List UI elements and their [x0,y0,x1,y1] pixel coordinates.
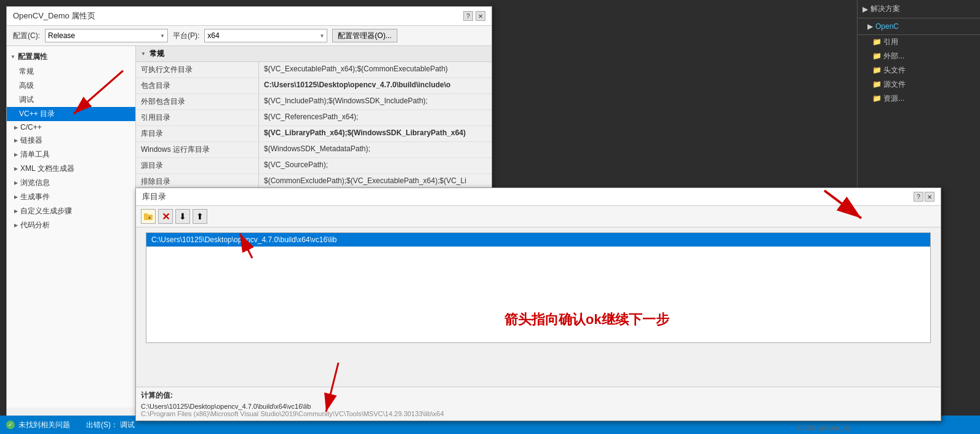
ide-panel-project: ▶ OpenC [858,18,980,35]
main-dialog-title: OpenCV_Demo 属性页 [13,10,95,22]
platform-label: 平台(P): [173,31,199,41]
main-dialog-question-btn[interactable]: ? [463,11,473,21]
tree-group-xml-label: XML 文档生成器 [20,164,74,174]
config-mgr-btn[interactable]: 配置管理器(O)... [332,29,397,42]
lib-dialog-controls: ? ✕ [914,192,934,202]
props-row-winlib: Windows 运行库目录 $(WindowsSDK_MetadataPath)… [136,142,492,158]
props-value-executable[interactable]: $(VC_ExecutablePath_x64);$(CommonExecuta… [259,62,492,77]
svg-text:+: + [148,216,151,220]
tree-group-linker-label: 链接器 [20,135,42,146]
lib-calc-label: 计算的值: [141,390,936,401]
svg-rect-1 [144,213,148,215]
tree-group-manifest-expand: ▶ [14,152,18,157]
tree-group-linker-expand: ▶ [14,138,18,143]
lib-tool-delete-btn[interactable]: ✕ [158,209,173,224]
props-key-ext-include: 外部包含目录 [136,94,259,109]
props-row-lib: 库目录 $(VC_LibraryPath_x64);$(WindowsSDK_L… [136,126,492,142]
config-value: Release [48,31,75,40]
lib-list-item-opencv[interactable]: C:\Users\10125\Desktop\opencv_4.7.0\buil… [146,233,930,247]
tree-group-events-expand: ▶ [14,194,18,200]
ide-panel-title-text: 解决方案 [870,4,900,14]
tree-group-cpp[interactable]: ▶ C/C++ [7,121,135,133]
lib-dialog: 库目录 ? ✕ + ✕ ⬇ ⬆ C:\Users\10125\Desktop\o… [135,187,941,421]
lib-dialog-title: 库目录 [142,191,166,202]
tree-group-linker[interactable]: ▶ 链接器 [7,133,135,148]
ide-panel-header: ▶ 解决方案 [858,0,980,18]
props-key-winlib: Windows 运行库目录 [136,142,259,157]
config-select[interactable]: Release ▼ [45,29,168,42]
tree-root[interactable]: ▼ 配置属性 [7,49,135,65]
lib-dialog-question-btn[interactable]: ? [914,192,923,202]
props-key-src: 源目录 [136,158,259,173]
main-dialog-titlebar: OpenCV_Demo 属性页 ? ✕ [7,7,492,26]
tree-group-manifest[interactable]: ▶ 清单工具 [7,148,135,162]
props-row-ref: 引用目录 $(VC_ReferencesPath_x64); [136,110,492,126]
status-icon: ✓ [6,420,15,429]
lib-list-container: C:\Users\10125\Desktop\opencv_4.7.0\buil… [136,227,941,387]
ide-item-refs[interactable]: 📁 引用 [867,35,980,49]
tree-group-analysis-label: 代码分析 [20,220,50,231]
lib-calc-value-1: C:\Users\10125\Desktop\opencv_4.7.0\buil… [141,403,936,410]
tree-group-browse-label: 浏览信息 [20,178,50,188]
tree-group-custom-expand: ▶ [14,208,18,214]
tree-group-browse[interactable]: ▶ 浏览信息 [7,176,135,190]
status-text: 未找到相关问题 [18,420,70,430]
props-value-lib[interactable]: $(VC_LibraryPath_x64);$(WindowsSDK_Libra… [259,126,492,141]
tree-group-xml-expand: ▶ [14,166,18,172]
lib-tool-down-btn[interactable]: ⬇ [175,209,190,224]
tree-group-events[interactable]: ▶ 生成事件 [7,190,135,204]
props-value-ext-include[interactable]: $(VC_IncludePath);$(WindowsSDK_IncludePa… [259,94,492,109]
props-key-include: 包含目录 [136,78,259,93]
ide-item-external[interactable]: 📁 外部... [867,49,980,63]
tree-group-analysis-expand: ▶ [14,223,18,228]
sidebar-tree: ▼ 配置属性 常规 高级 调试 VC++ 目录 ▶ C/C++ ▶ 链接器 ▶ … [7,46,136,408]
props-key-ref: 引用目录 [136,110,259,125]
ide-item-headers[interactable]: 📁 头文件 [867,63,980,77]
tree-item-general[interactable]: 常规 [7,65,135,79]
config-label: 配置(C): [13,31,40,41]
tree-root-expand: ▼ [10,54,15,60]
platform-select[interactable]: x64 ▼ [204,29,327,42]
lib-list: C:\Users\10125\Desktop\opencv_4.7.0\buil… [146,232,931,343]
tree-group-analysis[interactable]: ▶ 代码分析 [7,218,135,232]
tree-group-custom[interactable]: ▶ 自定义生成步骤 [7,204,135,218]
lib-calc-value-2: C:\Program Files (x86)\Microsoft Visual … [141,410,936,417]
tree-group-browse-expand: ▶ [14,180,18,186]
tree-item-vcpp-dirs[interactable]: VC++ 目录 [7,107,135,121]
ide-project-label: OpenC [875,22,899,31]
ide-item-resources[interactable]: 📁 资源... [867,92,980,106]
props-row-ext-include: 外部包含目录 $(VC_IncludePath);$(WindowsSDK_In… [136,94,492,110]
lib-dialog-close-btn[interactable]: ✕ [925,192,934,202]
tree-root-label: 配置属性 [18,52,47,62]
ide-panel-title: ▶ [862,5,868,14]
props-value-winlib[interactable]: $(WindowsSDK_MetadataPath); [259,142,492,157]
section-general-label: 常规 [149,49,164,59]
tree-group-cpp-label: C/C++ [20,123,42,132]
status-more: 出错(S)： 调试 [86,420,135,430]
lib-tool-add-folder-btn[interactable]: + [141,209,156,224]
section-general-header: ▼ 常规 [136,46,492,62]
props-value-src[interactable]: $(VC_SourcePath); [259,158,492,173]
lib-tool-up-btn[interactable]: ⬆ [193,209,207,224]
tree-group-events-label: 生成事件 [20,192,50,202]
props-key-lib: 库目录 [136,126,259,141]
props-value-ref[interactable]: $(VC_ReferencesPath_x64); [259,110,492,125]
ide-item-sources[interactable]: 📁 源文件 [867,77,980,92]
lib-dialog-titlebar: 库目录 ? ✕ [136,188,941,206]
tree-item-debug[interactable]: 调试 [7,93,135,107]
tree-item-advanced[interactable]: 高级 [7,79,135,93]
lib-calc-area: 计算的值: C:\Users\10125\Desktop\opencv_4.7.… [136,387,941,420]
lib-toolbar: + ✕ ⬇ ⬆ [136,206,941,227]
props-row-include: 包含目录 C:\Users\10125\Desktop\opencv_4.7.0… [136,78,492,94]
main-toolbar: 配置(C): Release ▼ 平台(P): x64 ▼ 配置管理器(O)..… [7,26,492,46]
platform-select-arrow: ▼ [319,33,324,39]
main-dialog-close-btn[interactable]: ✕ [476,11,485,21]
props-row-src: 源目录 $(VC_SourcePath); [136,158,492,174]
ide-project-arrow: ▶ [867,22,873,31]
csdn-watermark: CSDN @Cain_Xy [797,424,851,432]
tree-group-cpp-expand: ▶ [14,125,18,130]
main-dialog-controls: ? ✕ [463,11,485,21]
props-value-include[interactable]: C:\Users\10125\Desktop\opencv_4.7.0\buil… [259,78,492,93]
tree-group-xml[interactable]: ▶ XML 文档生成器 [7,162,135,176]
platform-value: x64 [207,31,219,40]
